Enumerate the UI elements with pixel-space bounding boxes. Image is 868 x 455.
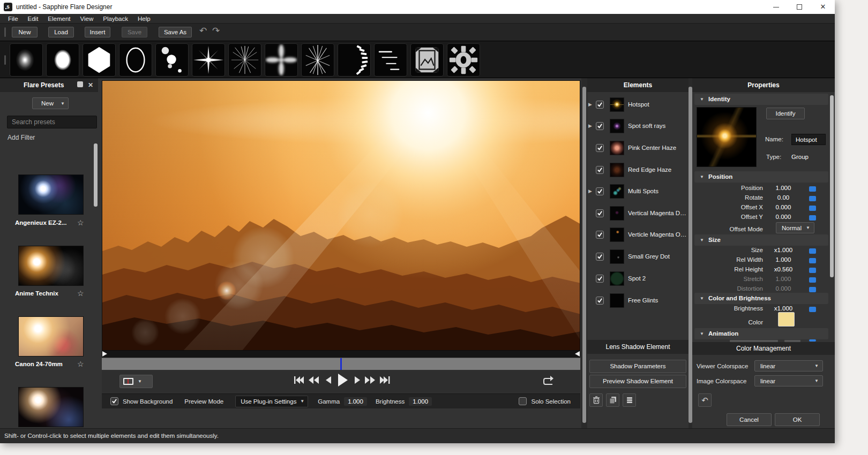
element-row-hotspot[interactable]: ▶ Hotspot xyxy=(587,95,689,113)
cancel-button[interactable]: Cancel xyxy=(727,413,772,426)
element-row-small-grey-dot[interactable]: Small Grey Dot xyxy=(587,247,689,266)
element-row-red-edge-haze[interactable]: Red Edge Haze xyxy=(587,161,689,179)
preset-thumbnail[interactable] xyxy=(18,387,84,427)
background-image-icon[interactable] xyxy=(410,43,444,77)
duplicate-stack-button[interactable] xyxy=(623,393,636,407)
copy-element-button[interactable] xyxy=(606,393,619,407)
rotate-value[interactable]: 0.00 xyxy=(768,194,798,201)
offset-x-value[interactable]: 0.000 xyxy=(768,204,798,210)
in-point-marker-icon[interactable] xyxy=(102,351,107,357)
preset-new-dropdown[interactable]: New▼ xyxy=(32,97,69,109)
keyframe-toggle[interactable] xyxy=(809,215,816,221)
keyframe-toggle[interactable] xyxy=(809,268,816,273)
element-row-verticle-magenta-orange[interactable]: Verticle Magenta Orange ... xyxy=(587,225,689,244)
rel-height-value[interactable]: x0.560 xyxy=(768,266,798,272)
favorite-star-icon[interactable]: ☆ xyxy=(77,360,84,368)
favorite-star-icon[interactable]: ☆ xyxy=(77,289,84,298)
go-to-end-button[interactable] xyxy=(379,374,391,386)
view-mode-dropdown[interactable]: ▼ xyxy=(119,375,153,388)
element-checkbox[interactable] xyxy=(596,122,604,130)
element-row-pink-center-haze[interactable]: Pink Center Haze xyxy=(587,139,689,157)
element-row-spot-2[interactable]: Spot 2 xyxy=(587,269,689,287)
preview-mode-label[interactable]: Preview Mode xyxy=(184,398,223,405)
menu-element[interactable]: Element xyxy=(43,14,75,23)
solo-selection-checkbox[interactable] xyxy=(519,397,527,405)
properties-scrollbar[interactable] xyxy=(830,95,834,277)
keyframe-toggle[interactable] xyxy=(809,258,816,263)
new-button[interactable]: New xyxy=(12,27,38,37)
load-button[interactable]: Load xyxy=(48,27,74,37)
go-to-start-button[interactable] xyxy=(293,374,304,386)
gamma-value[interactable]: 1.000 xyxy=(344,397,367,406)
splitter-handle[interactable] xyxy=(582,87,586,423)
keyframe-toggle[interactable] xyxy=(809,186,816,192)
undo-icon[interactable]: ↶ xyxy=(199,25,207,36)
out-point-marker-icon[interactable] xyxy=(575,351,580,357)
preset-thumbnail[interactable] xyxy=(18,175,84,215)
preview-mode-dropdown[interactable]: Use Plug-in Settings▼ xyxy=(235,396,308,407)
position-value[interactable]: 1.000 xyxy=(768,185,798,191)
color-brightness-section-header[interactable]: Color and Brightness xyxy=(694,293,828,304)
size-value[interactable]: x1.000 xyxy=(768,247,798,253)
keyframe-toggle[interactable] xyxy=(809,196,816,201)
element-row-free-glints[interactable]: Free Glints xyxy=(587,291,689,309)
menu-edit[interactable]: Edit xyxy=(23,14,43,23)
keyframe-toggle[interactable] xyxy=(809,206,816,211)
identity-section-header[interactable]: Identity xyxy=(694,94,828,105)
element-checkbox[interactable] xyxy=(596,275,604,283)
color-swatch[interactable] xyxy=(778,312,795,327)
preset-thumbnail[interactable] xyxy=(18,246,84,286)
offset-mode-dropdown[interactable]: Normal▼ xyxy=(776,222,814,233)
expand-arrow-icon[interactable]: ▶ xyxy=(588,123,592,128)
distortion-value[interactable]: 0.000 xyxy=(768,285,798,292)
splitter-handle[interactable] xyxy=(689,87,692,423)
close-panel-icon[interactable]: ✕ xyxy=(88,81,93,89)
keyframe-toggle[interactable] xyxy=(809,287,816,292)
animation-section-header[interactable]: Animation xyxy=(694,328,828,339)
fast-forward-button[interactable] xyxy=(364,374,376,386)
float-panel-icon[interactable] xyxy=(77,81,83,87)
element-checkbox[interactable] xyxy=(596,166,604,174)
timeline-scrub-bar[interactable] xyxy=(102,358,580,370)
size-section-header[interactable]: Size xyxy=(694,234,828,246)
disc-icon[interactable] xyxy=(46,43,79,77)
add-filter-link[interactable]: Add Filter xyxy=(8,134,35,141)
playhead[interactable] xyxy=(340,358,342,370)
element-row-spot-soft-rays[interactable]: ▶ Spot soft rays xyxy=(587,117,689,135)
ok-button[interactable]: OK xyxy=(775,413,820,426)
element-checkbox[interactable] xyxy=(596,144,604,152)
soft-rays-icon[interactable] xyxy=(265,43,298,77)
streaks-icon[interactable] xyxy=(374,43,407,77)
glow-hotspot-icon[interactable] xyxy=(10,43,43,77)
ring-icon[interactable] xyxy=(119,43,152,77)
offset-y-value[interactable]: 0.000 xyxy=(768,214,798,220)
rays-icon[interactable] xyxy=(228,43,261,77)
flare-preview-viewport[interactable] xyxy=(102,80,580,351)
elements-properties-splitter[interactable] xyxy=(689,78,692,428)
keyframe-toggle[interactable] xyxy=(809,339,816,342)
settings-gear-icon[interactable] xyxy=(447,43,480,77)
element-checkbox[interactable] xyxy=(596,209,604,217)
preview-shadow-element-button[interactable]: Preview Shadow Element xyxy=(589,375,686,388)
redo-icon[interactable]: ↷ xyxy=(212,25,220,36)
step-forward-button[interactable] xyxy=(353,374,362,386)
viewer-elements-splitter[interactable] xyxy=(581,78,587,428)
rel-width-value[interactable]: 1.000 xyxy=(768,256,798,263)
favorite-star-icon[interactable]: ☆ xyxy=(77,218,84,227)
image-colorspace-dropdown[interactable]: linear▼ xyxy=(754,375,823,386)
presets-scrollbar[interactable] xyxy=(94,143,98,207)
element-row-vertical-magenta-dots[interactable]: Vertical Magenta Dots xyxy=(587,204,689,222)
position-section-header[interactable]: Position xyxy=(694,171,828,183)
element-checkbox[interactable] xyxy=(596,297,604,305)
element-checkbox[interactable] xyxy=(596,231,604,239)
element-checkbox[interactable] xyxy=(596,101,604,109)
arc-caustic-icon[interactable] xyxy=(338,43,371,77)
loop-playback-icon[interactable] xyxy=(542,375,555,388)
preset-thumbnail[interactable] xyxy=(18,316,84,357)
element-checkbox[interactable] xyxy=(596,253,604,261)
show-background-checkbox[interactable] xyxy=(110,397,118,405)
menu-view[interactable]: View xyxy=(76,14,99,23)
name-field[interactable]: Hotspot xyxy=(791,134,826,145)
star-glint-icon[interactable] xyxy=(192,43,225,77)
keyframe-toggle[interactable] xyxy=(809,307,816,312)
